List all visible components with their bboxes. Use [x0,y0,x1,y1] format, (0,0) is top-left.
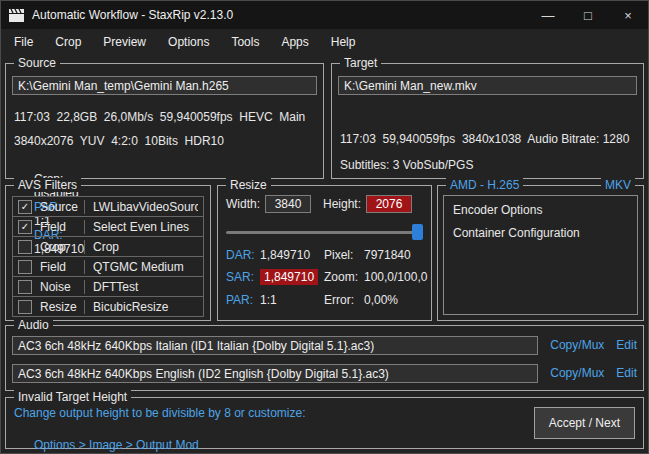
filter-type: Crop [40,240,84,254]
filter-name[interactable]: LWLibavVideoSource [84,200,198,214]
width-field[interactable]: 3840 [265,195,311,213]
pixel-value: 7971840 [364,248,427,262]
menu-options[interactable]: Options [157,31,220,53]
filter-row-crop[interactable]: Crop Crop [13,237,203,257]
sar-value[interactable]: 1,849710 [260,269,318,285]
resize-dimensions-row: Width: 3840 Height: 2076 [226,195,425,213]
target-group: Target K:\Gemini Man_new.mkv 117:03 59,9… [331,63,644,179]
encoder-panel: Encoder Options Container Configuration [443,195,638,315]
par-label: PAR: [226,293,260,307]
source-path-field[interactable]: K:\Gemini Man_temp\Gemini Man.h265 [12,76,317,95]
slider-handle[interactable] [412,224,423,240]
menu-crop[interactable]: Crop [44,31,92,53]
menu-apps[interactable]: Apps [270,31,319,53]
filter-row-resize[interactable]: Resize BicubicResize [13,297,203,317]
edit-link[interactable]: Edit [616,338,637,352]
filter-checkbox[interactable] [18,220,32,234]
pixel-label: Pixel: [324,248,364,262]
filter-row-source[interactable]: Source LWLibavVideoSource [13,197,203,217]
par-value: 1:1 [260,293,324,307]
close-button[interactable]: × [608,1,648,29]
filter-name[interactable]: BicubicResize [84,300,198,314]
staxrip-window: Automatic Workflow - StaxRip v2.13.0 — □… [0,0,649,454]
filter-type: Source [40,200,84,214]
output-mod-link-line: Options > Image > Output Mod [14,424,199,454]
filter-checkbox[interactable] [18,280,32,294]
source-info-line1: 117:03 22,8GB 26,0Mb/s 59,940059fps HEVC… [14,110,305,124]
invalid-target-height-title: Invalid Target Height [14,390,131,404]
filter-row-field2[interactable]: Field QTGMC Medium [13,257,203,277]
height-field[interactable]: 2076 [366,195,412,213]
minimize-button[interactable]: — [528,1,568,29]
filter-name[interactable]: QTGMC Medium [84,260,198,274]
menu-file[interactable]: File [3,31,44,53]
dar-value: 1,849710 [260,248,324,262]
filter-name[interactable]: Select Even Lines [84,220,198,234]
menubar: File Crop Preview Options Tools Apps Hel… [1,29,648,55]
edit-link[interactable]: Edit [616,366,637,380]
menu-preview[interactable]: Preview [92,31,157,53]
height-label: Height: [323,197,361,211]
copy-mux-link[interactable]: Copy/Mux [550,338,604,352]
target-path-field[interactable]: K:\Gemini Man_new.mkv [338,76,637,95]
titlebar[interactable]: Automatic Workflow - StaxRip v2.13.0 — □… [1,1,648,29]
copy-mux-link[interactable]: Copy/Mux [550,366,604,380]
error-label: Error: [324,293,364,307]
window-title: Automatic Workflow - StaxRip v2.13.0 [32,8,233,22]
dar-label: DAR: [226,248,260,262]
filter-checkbox[interactable] [18,300,32,314]
resize-slider[interactable] [224,223,425,241]
clapperboard-icon [9,9,24,22]
filter-checkbox[interactable] [18,200,32,214]
source-info-line2: 3840x2076 YUV 4:2:0 10Bits HDR10 [14,134,224,148]
target-group-title: Target [340,56,381,70]
source-group-title: Source [14,56,60,70]
filter-name[interactable]: DFTTest [84,280,198,294]
filter-type: Resize [40,300,84,314]
filter-checkbox[interactable] [18,260,32,274]
height-warning-message: Change output height to be divisible by … [14,406,306,420]
encoder-options-item[interactable]: Encoder Options [453,203,628,217]
audio-group: Audio AC3 6ch 48kHz 640Kbps Italian (ID1… [5,325,644,391]
width-label: Width: [226,197,260,211]
avs-filters-group: AVS Filters Source LWLibavVideoSource Fi… [5,185,211,321]
encoder-group-title[interactable]: AMD - H.265 [446,178,523,192]
resize-group-title: Resize [226,178,271,192]
menu-tools[interactable]: Tools [220,31,270,53]
maximize-button[interactable]: □ [568,1,608,29]
filter-checkbox[interactable] [18,240,32,254]
target-info-line: 117:03 59,940059fps 3840x1038 Audio Bitr… [340,132,629,146]
resize-info-row3: PAR: 1:1 Error: 0,00% [226,293,427,307]
zoom-label: Zoom: [324,270,364,284]
filter-type: Field [40,220,84,234]
audio-group-title: Audio [14,318,53,332]
zoom-value: 100,0/100,0 [364,270,427,284]
filter-type: Noise [40,280,84,294]
slider-track[interactable] [226,231,423,234]
menu-help[interactable]: Help [320,31,367,53]
resize-info-row2: SAR: 1,849710 Zoom: 100,0/100,0 [226,270,427,284]
avs-filters-group-title: AVS Filters [14,178,81,192]
output-mod-link[interactable]: Options > Image > Output Mod [34,438,199,452]
accept-next-button[interactable]: Accept / Next [534,407,635,439]
container-group-title[interactable]: MKV [601,178,635,192]
audio-track-row-2: AC3 6ch 48kHz 640Kbps English (ID2 Engli… [12,363,637,383]
audio-track-field[interactable]: AC3 6ch 48kHz 640Kbps English (ID2 Engli… [12,364,538,383]
filter-type: Field [40,260,84,274]
resize-group: Resize Width: 3840 Height: 2076 DAR: 1,8… [217,185,432,321]
sar-label: SAR: [226,270,260,284]
encoder-group: AMD - H.265 MKV Encoder Options Containe… [437,185,644,321]
filter-row-field[interactable]: Field Select Even Lines [13,217,203,237]
resize-info-row1: DAR: 1,849710 Pixel: 7971840 [226,248,427,262]
filter-name[interactable]: Crop [84,240,198,254]
target-subtitles-line[interactable]: Subtitles: 3 VobSub/PGS [340,158,473,172]
filter-list: Source LWLibavVideoSource Field Select E… [12,196,204,317]
window-controls: — □ × [528,1,648,29]
source-group: Source K:\Gemini Man_temp\Gemini Man.h26… [5,63,324,179]
invalid-target-height-group: Invalid Target Height Change output heig… [5,397,644,449]
container-configuration-item[interactable]: Container Configuration [453,226,628,240]
error-value: 0,00% [364,293,427,307]
audio-track-field[interactable]: AC3 6ch 48kHz 640Kbps Italian (ID1 Itali… [12,336,538,355]
audio-track-row-1: AC3 6ch 48kHz 640Kbps Italian (ID1 Itali… [12,335,637,355]
filter-row-noise[interactable]: Noise DFTTest [13,277,203,297]
